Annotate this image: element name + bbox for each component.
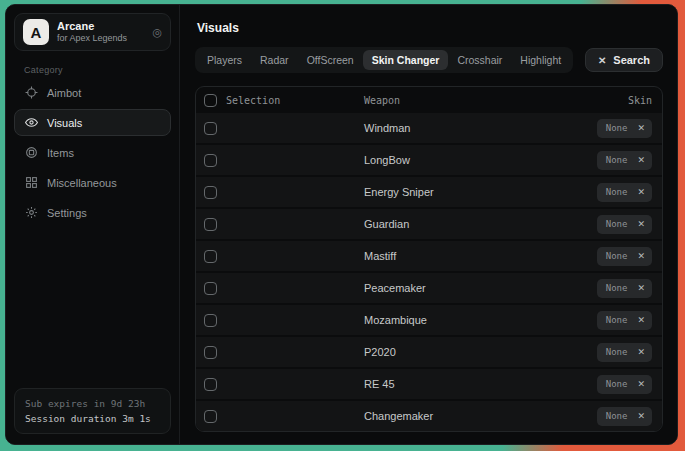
skin-select-chip[interactable]: None✕ xyxy=(597,119,652,138)
app-subtitle: for Apex Legends xyxy=(57,33,144,44)
skin-select-chip[interactable]: None✕ xyxy=(597,343,652,362)
box-icon xyxy=(25,146,38,159)
gear-icon xyxy=(25,206,38,219)
weapon-name: Guardian xyxy=(364,218,572,230)
profile-settings-icon[interactable]: ◎ xyxy=(152,27,162,38)
table-row: LongBowNone✕ xyxy=(196,145,662,175)
skin-value: None xyxy=(606,251,628,261)
sidebar-item-settings[interactable]: Settings xyxy=(14,199,171,226)
column-weapon: Weapon xyxy=(364,95,572,106)
clear-skin-icon[interactable]: ✕ xyxy=(637,187,645,197)
weapon-name: Peacemaker xyxy=(364,282,572,294)
weapon-name: Windman xyxy=(364,122,572,134)
eye-icon xyxy=(25,116,38,129)
row-checkbox[interactable] xyxy=(204,186,217,199)
table-row: MastiffNone✕ xyxy=(196,241,662,271)
skin-value: None xyxy=(606,347,628,357)
skin-value: None xyxy=(606,283,628,293)
weapon-name: P2020 xyxy=(364,346,572,358)
clear-skin-icon[interactable]: ✕ xyxy=(637,379,645,389)
table-row: MozambiqueNone✕ xyxy=(196,305,662,335)
app-window: A Arcane for Apex Legends ◎ Category Aim… xyxy=(5,4,678,445)
clear-skin-icon[interactable]: ✕ xyxy=(637,347,645,357)
main-panel: Visuals PlayersRadarOffScreenSkin Change… xyxy=(179,5,677,444)
skin-value: None xyxy=(606,379,628,389)
sub-expiry-text: Sub expires in 9d 23h xyxy=(25,396,160,411)
sidebar: A Arcane for Apex Legends ◎ Category Aim… xyxy=(6,5,179,444)
clear-skin-icon[interactable]: ✕ xyxy=(637,315,645,325)
skin-select-chip[interactable]: None✕ xyxy=(597,407,652,426)
table-row: GuardianNone✕ xyxy=(196,209,662,239)
search-button[interactable]: ✕ Search xyxy=(585,48,663,72)
skin-value: None xyxy=(606,155,628,165)
page-title: Visuals xyxy=(195,17,663,47)
row-checkbox[interactable] xyxy=(204,282,217,295)
app-name: Arcane xyxy=(57,20,144,34)
table-row: WindmanNone✕ xyxy=(196,113,662,143)
crosshair-icon xyxy=(25,86,38,99)
table-body: WindmanNone✕LongBowNone✕Energy SniperNon… xyxy=(196,113,662,431)
row-checkbox[interactable] xyxy=(204,378,217,391)
clear-skin-icon[interactable]: ✕ xyxy=(637,155,645,165)
clear-skin-icon[interactable]: ✕ xyxy=(637,123,645,133)
weapon-name: RE 45 xyxy=(364,378,572,390)
close-icon: ✕ xyxy=(598,55,606,66)
skin-select-chip[interactable]: None✕ xyxy=(597,247,652,266)
sidebar-item-label: Miscellaneous xyxy=(47,177,117,189)
column-selection: Selection xyxy=(226,95,280,106)
skin-select-chip[interactable]: None✕ xyxy=(597,375,652,394)
skin-select-chip[interactable]: None✕ xyxy=(597,151,652,170)
skin-value: None xyxy=(606,123,628,133)
category-label: Category xyxy=(24,65,171,75)
tab-players[interactable]: Players xyxy=(198,50,251,70)
tab-offscreen[interactable]: OffScreen xyxy=(298,50,363,70)
sidebar-item-visuals[interactable]: Visuals xyxy=(14,109,171,136)
select-all-checkbox[interactable] xyxy=(204,94,217,107)
sidebar-item-label: Items xyxy=(47,147,74,159)
skin-value: None xyxy=(606,315,628,325)
row-checkbox[interactable] xyxy=(204,314,217,327)
sidebar-item-label: Visuals xyxy=(47,117,82,129)
app-logo: A xyxy=(23,19,49,45)
skin-select-chip[interactable]: None✕ xyxy=(597,279,652,298)
weapon-name: LongBow xyxy=(364,154,572,166)
weapon-name: Energy Sniper xyxy=(364,186,572,198)
tab-highlight[interactable]: Highlight xyxy=(511,50,570,70)
skin-table: Selection Weapon Skin WindmanNone✕LongBo… xyxy=(195,86,663,432)
toolbar: PlayersRadarOffScreenSkin ChangerCrossha… xyxy=(195,47,663,73)
sidebar-item-aimbot[interactable]: Aimbot xyxy=(14,79,171,106)
column-skin: Skin xyxy=(572,95,652,106)
table-row: ChangemakerNone✕ xyxy=(196,401,662,431)
table-row: PeacemakerNone✕ xyxy=(196,273,662,303)
row-checkbox[interactable] xyxy=(204,346,217,359)
clear-skin-icon[interactable]: ✕ xyxy=(637,411,645,421)
sidebar-item-miscellaneous[interactable]: Miscellaneous xyxy=(14,169,171,196)
sidebar-nav: AimbotVisualsItemsMiscellaneousSettings xyxy=(14,79,171,388)
skin-select-chip[interactable]: None✕ xyxy=(597,183,652,202)
table-row: Energy SniperNone✕ xyxy=(196,177,662,207)
row-checkbox[interactable] xyxy=(204,218,217,231)
sidebar-item-label: Settings xyxy=(47,207,87,219)
weapon-name: Mozambique xyxy=(364,314,572,326)
tab-bar: PlayersRadarOffScreenSkin ChangerCrossha… xyxy=(195,47,573,73)
row-checkbox[interactable] xyxy=(204,154,217,167)
session-duration-text: Session duration 3m 1s xyxy=(25,411,160,426)
row-checkbox[interactable] xyxy=(204,122,217,135)
tab-radar[interactable]: Radar xyxy=(251,50,298,70)
sidebar-item-items[interactable]: Items xyxy=(14,139,171,166)
skin-value: None xyxy=(606,411,628,421)
profile-card: A Arcane for Apex Legends ◎ xyxy=(14,13,171,51)
grid-icon xyxy=(25,176,38,189)
skin-select-chip[interactable]: None✕ xyxy=(597,215,652,234)
tab-crosshair[interactable]: Crosshair xyxy=(448,50,511,70)
search-button-label: Search xyxy=(613,54,650,66)
tab-skin-changer[interactable]: Skin Changer xyxy=(363,50,449,70)
clear-skin-icon[interactable]: ✕ xyxy=(637,251,645,261)
clear-skin-icon[interactable]: ✕ xyxy=(637,283,645,293)
skin-value: None xyxy=(606,219,628,229)
row-checkbox[interactable] xyxy=(204,410,217,423)
skin-select-chip[interactable]: None✕ xyxy=(597,311,652,330)
sidebar-item-label: Aimbot xyxy=(47,87,81,99)
clear-skin-icon[interactable]: ✕ xyxy=(637,219,645,229)
row-checkbox[interactable] xyxy=(204,250,217,263)
